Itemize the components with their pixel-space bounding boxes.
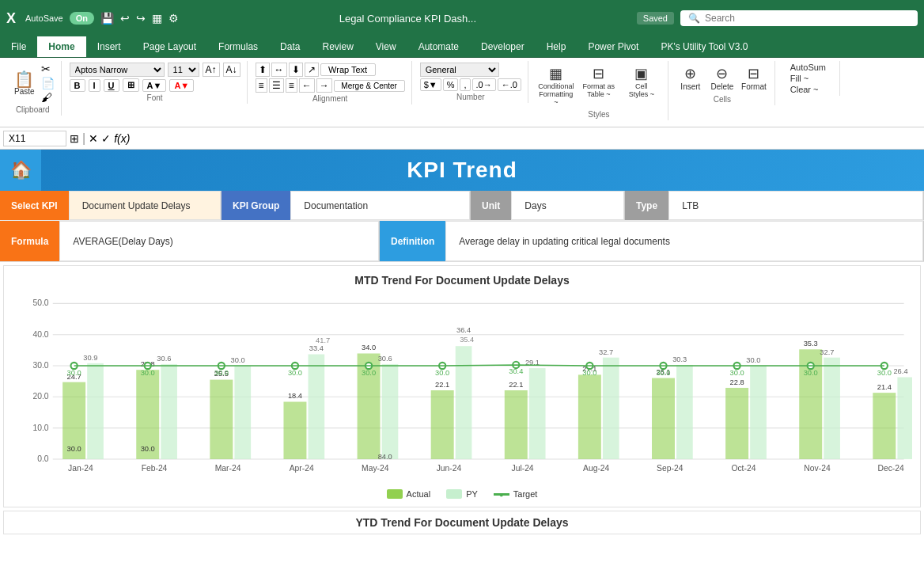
decrease-decimal-button[interactable]: ←.0 [498, 78, 521, 91]
delete-button[interactable]: ⊖ Delete [708, 63, 737, 93]
svg-text:Dec-24: Dec-24 [877, 464, 904, 473]
search-box[interactable]: 🔍 [680, 10, 918, 26]
conditional-formatting-button[interactable]: ▦ Conditional Formatting ~ [536, 63, 576, 108]
svg-text:32.7: 32.7 [820, 348, 834, 356]
svg-text:Sep-24: Sep-24 [657, 464, 684, 473]
undo-icon[interactable]: ↩ [120, 12, 130, 25]
svg-text:Oct-24: Oct-24 [731, 464, 755, 473]
tab-pk-utility[interactable]: PK's Utility Tool V3.0 [649, 36, 759, 57]
save-icon[interactable]: 💾 [100, 12, 114, 25]
formula-confirm-icon[interactable]: ✓ [101, 132, 111, 145]
tab-view[interactable]: View [365, 36, 407, 57]
svg-text:36.4: 36.4 [456, 326, 471, 334]
clear-button[interactable]: Clear ~ [790, 85, 826, 94]
svg-text:22.8: 22.8 [730, 378, 744, 386]
fill-button[interactable]: Fill ~ [790, 74, 826, 83]
percent-button[interactable]: % [443, 78, 459, 91]
comma-button[interactable]: , [460, 78, 470, 91]
svg-text:Jul-24: Jul-24 [511, 464, 533, 473]
align-top-icon[interactable]: ⬆ [256, 63, 270, 77]
function-icon[interactable]: f(x) [114, 132, 130, 145]
formula-input[interactable] [133, 133, 921, 144]
tab-formulas[interactable]: Formulas [207, 36, 269, 57]
legend-py: PY [446, 489, 478, 499]
redo-icon[interactable]: ↪ [136, 12, 146, 25]
delete-icon: ⊖ [716, 65, 728, 82]
orientation-icon[interactable]: ↗ [305, 63, 319, 77]
paste-icon: 📋 [14, 71, 34, 87]
svg-text:30.0: 30.0 [656, 369, 670, 377]
mtd-chart-container: 0.0 10.0 20.0 30.0 40.0 50.0 24.7 30.9 3… [12, 294, 912, 484]
align-bottom-icon[interactable]: ⬇ [289, 63, 303, 77]
legend-py-label: PY [466, 489, 478, 499]
legend-target: ● Target [494, 489, 538, 499]
cut-icon[interactable]: ✂ [41, 63, 55, 75]
increase-font-icon[interactable]: A↑ [203, 63, 220, 77]
ribbon-group-styles: ▦ Conditional Formatting ~ ⊟ Format as T… [530, 61, 668, 120]
tab-power-pivot[interactable]: Power Pivot [577, 36, 649, 57]
cell-styles-button[interactable]: ▣ Cell Styles ~ [622, 63, 661, 108]
decrease-font-icon[interactable]: A↓ [223, 63, 240, 77]
font-name-select[interactable]: Aptos Narrow [70, 63, 165, 77]
align-center-icon[interactable]: ☰ [269, 78, 284, 93]
home-icon[interactable]: 🏠 [0, 150, 41, 191]
tab-help[interactable]: Help [536, 36, 578, 57]
underline-button[interactable]: U [104, 79, 119, 92]
svg-text:30.0: 30.0 [230, 356, 244, 364]
mtd-chart-svg: 0.0 10.0 20.0 30.0 40.0 50.0 24.7 30.9 3… [12, 294, 912, 484]
italic-button[interactable]: I [89, 79, 100, 92]
autosum-button[interactable]: AutoSum [790, 63, 826, 72]
font-size-select[interactable]: 11 [168, 63, 199, 77]
tab-file[interactable]: File [0, 36, 37, 57]
format-icon: ⊟ [748, 65, 759, 82]
tools-icon[interactable]: ⚙ [169, 12, 179, 25]
indent-increase-icon[interactable]: → [316, 78, 332, 93]
table-icon[interactable]: ▦ [152, 12, 162, 25]
saved-badge[interactable]: Saved [637, 12, 674, 25]
align-right-icon[interactable]: ≡ [286, 78, 297, 93]
tab-page-layout[interactable]: Page Layout [132, 36, 207, 57]
svg-text:30.0: 30.0 [435, 369, 449, 377]
format-painter-icon[interactable]: 🖌 [41, 91, 55, 104]
search-input[interactable] [705, 13, 895, 24]
paste-button[interactable]: 📋 Paste [11, 69, 38, 98]
kpi-header: 🏠 KPI Trend [0, 150, 924, 191]
bar-actual-jul [505, 390, 528, 459]
conditional-icon: ▦ [549, 65, 562, 82]
fill-color-button[interactable]: A▼ [142, 79, 167, 92]
svg-text:Feb-24: Feb-24 [142, 464, 168, 473]
autosave-toggle[interactable]: On [70, 12, 94, 25]
merge-center-button[interactable]: Merge & Center [334, 80, 405, 92]
align-middle-icon[interactable]: ↔ [271, 63, 287, 77]
tab-home[interactable]: Home [37, 36, 85, 57]
currency-button[interactable]: $▼ [420, 78, 441, 91]
tab-data[interactable]: Data [269, 36, 311, 57]
svg-text:Mar-24: Mar-24 [215, 464, 241, 473]
search-icon: 🔍 [688, 13, 700, 24]
increase-decimal-button[interactable]: .0→ [472, 78, 496, 91]
unit-label: Unit [471, 191, 511, 220]
border-button[interactable]: ⊞ [123, 78, 139, 92]
formula-expand-icon[interactable]: ⊞ [70, 132, 79, 145]
copy-icon[interactable]: 📄 [41, 77, 55, 89]
bar-py-jan [87, 363, 104, 459]
wrap-text-button[interactable]: Wrap Text [320, 63, 376, 76]
definition-value: Average delay in updating critical legal… [445, 221, 923, 261]
legend-actual-box [387, 489, 403, 499]
indent-decrease-icon[interactable]: ← [299, 78, 315, 93]
bold-button[interactable]: B [70, 79, 85, 92]
font-color-button[interactable]: A▼ [169, 79, 194, 92]
ytd-section: YTD Trend For Document Update Delays [3, 511, 921, 534]
align-left-icon[interactable]: ≡ [256, 78, 267, 93]
number-format-select[interactable]: General [420, 63, 499, 77]
tab-developer[interactable]: Developer [470, 36, 536, 57]
cell-reference-input[interactable] [3, 131, 66, 146]
tab-automate[interactable]: Automate [407, 36, 470, 57]
formula-cancel-icon[interactable]: ✕ [89, 132, 98, 145]
format-table-button[interactable]: ⊟ Format as Table ~ [579, 63, 619, 108]
insert-button[interactable]: ⊕ Insert [676, 63, 705, 93]
ribbon-tabs: File Home Insert Page Layout Formulas Da… [0, 36, 924, 58]
format-button[interactable]: ⊟ Format [740, 63, 768, 93]
tab-insert[interactable]: Insert [86, 36, 132, 57]
tab-review[interactable]: Review [311, 36, 364, 57]
